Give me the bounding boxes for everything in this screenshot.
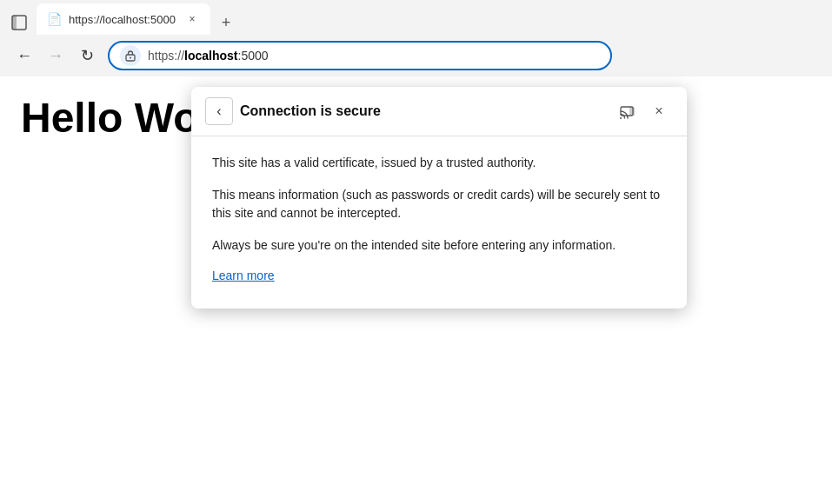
security-popup-panel: ‹ Connection is secure × This site has a… <box>191 87 687 308</box>
address-text: https://localhost:5000 <box>148 49 269 63</box>
popup-header-actions: × <box>614 97 673 125</box>
svg-rect-6 <box>629 107 635 116</box>
reload-button[interactable]: ↻ <box>73 42 101 70</box>
popup-title: Connection is secure <box>240 103 607 119</box>
sidebar-toggle-button[interactable] <box>7 10 31 35</box>
popup-paragraph-3: Always be sure you're on the intended si… <box>212 236 666 255</box>
address-bar: ← → ↻ https://localhost:5000 <box>0 35 832 76</box>
address-host: localhost <box>184 49 237 63</box>
back-button[interactable]: ← <box>10 42 38 70</box>
learn-more-link[interactable]: Learn more <box>212 269 666 282</box>
tab-title: https://localhost:5000 <box>69 13 177 26</box>
svg-point-3 <box>130 57 131 59</box>
address-protocol: https:// <box>148 49 184 63</box>
svg-rect-1 <box>12 16 17 30</box>
popup-body: This site has a valid certificate, issue… <box>191 136 687 308</box>
popup-cast-button[interactable] <box>614 97 642 125</box>
tab-favicon-icon: 📄 <box>47 12 62 26</box>
tab-bar: 📄 https://localhost:5000 × + <box>0 0 832 35</box>
address-field[interactable]: https://localhost:5000 <box>108 41 612 70</box>
address-port: :5000 <box>238 49 269 63</box>
browser-tab[interactable]: 📄 https://localhost:5000 × <box>37 3 210 35</box>
popup-close-button[interactable]: × <box>645 97 673 125</box>
popup-paragraph-1: This site has a valid certificate, issue… <box>212 154 666 172</box>
popup-paragraph-2: This means information (such as password… <box>212 186 666 222</box>
browser-chrome: 📄 https://localhost:5000 × + ← → ↻ https… <box>0 0 832 76</box>
lock-icon[interactable] <box>120 45 141 66</box>
forward-button[interactable]: → <box>42 42 70 70</box>
popup-back-button[interactable]: ‹ <box>205 97 233 125</box>
svg-point-5 <box>620 117 622 119</box>
new-tab-button[interactable]: + <box>214 10 238 35</box>
tab-close-button[interactable]: × <box>184 11 200 27</box>
popup-header: ‹ Connection is secure × <box>191 87 687 136</box>
